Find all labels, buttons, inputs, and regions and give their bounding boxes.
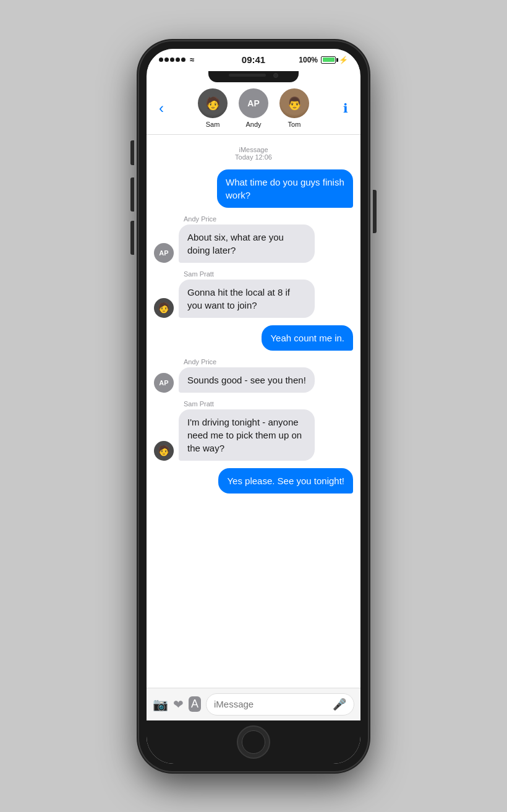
signal-dot-4 [176,58,180,62]
clock: 09:41 [242,54,265,65]
message-avatar-sam-3: 🧑 [154,298,174,318]
phone-frame: ≈ 09:41 100% ⚡ ‹ [139,41,368,771]
group-contacts: 🧑 Sam AP Andy 👨 Tom [169,88,338,128]
message-row-3: 🧑 Gonna hit the local at 8 if you want t… [154,280,353,318]
wifi-icon: ≈ [190,55,194,64]
message-group-3: Sam Pratt 🧑 Gonna hit the local at 8 if … [154,270,353,318]
message-group-2: Andy Price AP About six, what are you do… [154,215,353,263]
message-group-6: Sam Pratt 🧑 I'm driving tonight - anyone… [154,400,353,461]
heart-button[interactable]: ❤ [173,697,184,712]
message-input-wrap[interactable]: 🎤 [206,693,354,716]
bubble-3: Gonna hit the local at 8 if you want to … [179,280,315,318]
camera-button[interactable]: 📷 [153,697,168,712]
contact-tom-name: Tom [288,121,301,128]
signal-dot-1 [159,58,163,62]
contact-andy-name: Andy [245,121,261,128]
avatar-tom: 👨 [279,88,309,118]
volume-up-button[interactable] [130,177,134,212]
message-row-7: Yes please. See you tonight! [154,468,353,494]
message-avatar-sam-6: 🧑 [154,441,174,461]
battery-icon [321,56,336,64]
bubble-6: I'm driving tonight - anyone need me to … [179,409,315,461]
sender-name-2: Andy Price [184,215,353,223]
sender-name-3: Sam Pratt [184,270,353,278]
battery-percent: 100% [299,56,318,64]
message-avatar-andy-5: AP [154,373,174,393]
message-row-5: AP Sounds good - see you then! [154,367,353,393]
bubble-2: About six, what are you doing later? [179,224,315,263]
info-button[interactable]: ℹ [338,101,353,116]
speaker [229,74,266,77]
status-bar: ≈ 09:41 100% ⚡ [147,49,360,71]
timestamp-text: iMessageToday 12:06 [235,146,272,161]
avatar-andy-2-initials: AP [159,249,168,257]
phone-screen: ≈ 09:41 100% ⚡ ‹ [147,49,360,764]
signal-dot-5 [181,58,185,62]
home-button[interactable] [237,725,270,759]
message-group-1: What time do you guys finish work? [154,169,353,208]
sender-name-5: Andy Price [184,358,353,365]
message-avatar-andy-2: AP [154,243,174,263]
bubble-1: What time do you guys finish work? [217,169,353,208]
signal-dot-2 [164,58,169,62]
bubble-7: Yes please. See you tonight! [218,468,353,494]
chat-messages: iMessageToday 12:06 What time do you guy… [147,135,360,688]
power-button[interactable] [373,190,377,233]
contact-sam-name: Sam [206,121,220,128]
bubble-5: Sounds good - see you then! [179,367,315,393]
signal-dot-3 [170,58,174,62]
message-group-7: Yes please. See you tonight! [154,468,353,494]
avatar-andy-5-initials: AP [159,379,168,387]
chat-timestamp: iMessageToday 12:06 [154,146,353,161]
message-input[interactable] [214,699,333,709]
appstore-button[interactable]: A [189,696,201,712]
status-bar-left: ≈ [159,55,194,64]
contact-andy[interactable]: AP Andy [239,88,268,128]
signal-indicator [159,58,185,62]
volume-down-button[interactable] [130,221,134,255]
battery-fill [323,58,334,62]
home-button-inner [242,730,265,754]
avatar-andy: AP [239,88,268,118]
contact-tom[interactable]: 👨 Tom [279,88,309,128]
message-group-4: Yeah count me in. [154,325,353,351]
navigation-bar: ‹ 🧑 Sam AP Andy 👨 [147,83,360,135]
mic-icon[interactable]: 🎤 [333,698,346,711]
message-group-5: Andy Price AP Sounds good - see you then… [154,358,353,393]
message-row-1: What time do you guys finish work? [154,169,353,208]
avatar-sam: 🧑 [198,88,228,118]
home-area [147,720,360,764]
contact-sam[interactable]: 🧑 Sam [198,88,228,128]
message-row-6: 🧑 I'm driving tonight - anyone need me t… [154,409,353,461]
battery-body [321,56,336,64]
battery-indicator: 100% ⚡ [299,56,348,64]
avatar-andy-initials: AP [247,98,259,108]
lightning-icon: ⚡ [339,56,348,64]
back-button[interactable]: ‹ [154,101,169,116]
message-row-4: Yeah count me in. [154,325,353,351]
camera-lens [273,73,278,78]
bubble-4: Yeah count me in. [262,325,353,351]
message-row-2: AP About six, what are you doing later? [154,224,353,263]
input-bar: 📷 ❤ A 🎤 [147,688,360,720]
sender-name-6: Sam Pratt [184,400,353,408]
